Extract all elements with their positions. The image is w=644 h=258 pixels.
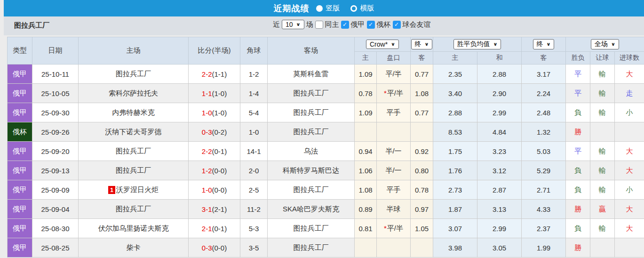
col-header-score: 比分(半场) [189,37,240,64]
handicap-odds-away: 0.97 [411,200,433,219]
handicap-odds-home: 0.78 [355,84,377,103]
handicap-odds-away [411,122,433,142]
table-row: 俄甲 25-09-30 内弗特赫米克 1-0(1-0) 5-4 图拉兵工厂 1.… [8,103,644,122]
same-home-checkbox[interactable] [315,21,323,29]
result-goals: 大 [615,200,644,219]
league1-checkbox[interactable]: ✓ [341,21,349,29]
home-team-link[interactable]: 伏尔加乌里扬诺夫斯克 [98,224,169,232]
result-wdl: 負 [566,180,590,200]
away-team-cell: 图拉兵工厂 [268,238,355,258]
radio-vertical-layout[interactable]: 竖版 [316,4,340,13]
match-date: 25-09-30 [32,103,79,122]
table-row: 俄甲 25-09-04 图拉兵工厂 3-1(2-1) 11-2 SKA哈巴罗夫斯… [8,200,644,219]
league3-checkbox[interactable]: ✓ [393,21,401,29]
away-team-cell: 图拉兵工厂 [268,122,355,142]
radio-selected-icon[interactable] [316,5,323,12]
avg-odds-home: 3.07 [433,219,477,238]
away-team-link[interactable]: 图拉兵工厂 [294,128,329,136]
corner-score: 14-1 [240,142,268,161]
league2-checkbox[interactable]: ✓ [367,21,375,29]
radio-horizontal-layout[interactable]: 横版 [350,4,374,13]
radio-unselected-icon[interactable] [350,5,357,12]
handicap-text: 半球 [387,205,401,213]
match-date: 25-10-05 [32,84,79,103]
crow-final-select[interactable]: 终 ∨ [411,39,433,49]
result-goals: 小 [615,103,644,122]
away-team-link[interactable]: 科斯特罗马斯巴达 [283,166,339,174]
away-team-link[interactable]: 图拉兵工厂 [294,89,329,97]
away-team-link[interactable]: 乌法 [304,147,318,155]
filter-bar: 图拉兵工厂 近 10 ∨ 场 同主 ✓ 俄甲 ✓ 俄杯 ✓ 球会友谊 [4,16,644,35]
home-team-cell: 柴卡 [79,238,189,258]
recent-label: 近 [273,20,280,29]
handicap-text: 平手 [387,108,401,116]
score-cell: 1-0(1-0) [189,103,240,122]
handicap-odds-home: 0.81 [355,219,377,238]
corner-score: 2-0 [240,161,268,180]
home-team-link[interactable]: 柴卡 [127,243,141,251]
avg-final-select[interactable]: 终 ∨ [533,39,555,49]
results-table-wrap: 类型 日期 主场 比分(半场) 角球 客场 Crow* ∨ 终 ∨ 胜平负均值 [7,37,644,258]
league-badge: 俄甲 [8,142,32,161]
league-badge: 俄甲 [8,161,32,180]
table-row: 俄甲 25-10-05 索科尔萨拉托夫 1-1(1-0) 1-4 图拉兵工厂 0… [8,84,644,103]
league-badge: 俄甲 [8,64,32,84]
same-home-label: 同主 [325,20,339,29]
recent-count-select[interactable]: 10 ∨ [282,20,304,29]
radio-vertical-label[interactable]: 竖版 [326,4,340,13]
home-team-link[interactable]: 内弗特赫米克 [112,108,155,116]
home-team-link[interactable]: 沃纳下诺夫哥罗德 [105,128,162,136]
chevron-down-icon: ∨ [611,41,615,47]
radio-horizontal-label[interactable]: 横版 [360,4,374,13]
check-icon: ✓ [342,21,347,28]
result-handicap: 輸 [590,64,615,84]
home-team-cell: 图拉兵工厂 [79,200,189,219]
away-team-link[interactable]: 图拉兵工厂 [294,108,329,116]
avg-odds-home: 1.76 [433,161,477,180]
recent-count-value: 10 [286,21,293,28]
fulltime-score: 1-0 [202,109,212,117]
away-team-link[interactable]: 图拉兵工厂 [294,243,329,251]
away-team-cell: 图拉兵工厂 [268,103,355,122]
result-wdl: 平 [566,142,590,161]
full-match-select[interactable]: 全场 ∨ [591,39,619,49]
home-team-link[interactable]: 图拉兵工厂 [116,70,151,78]
away-team-link[interactable]: 莫斯科鱼雷 [294,70,329,78]
live-odds-asterisk: * [384,89,387,97]
fulltime-score: 2-2 [202,147,212,155]
league-badge: 俄甲 [8,238,32,258]
score-cell: 3-1(2-1) [189,200,240,219]
corner-score: 11-2 [240,200,268,219]
result-goals: 大 [615,219,644,238]
away-team-link[interactable]: SKA哈巴罗夫斯克 [283,205,339,213]
handicap-line: 平/半 [377,64,411,84]
home-team-cell: 图拉兵工厂 [79,142,189,161]
chevron-down-icon: ∨ [296,22,301,27]
bookmaker-select-cell: Crow* ∨ [355,37,411,52]
handicap-odds-away: 1.05 [411,219,433,238]
home-team-link[interactable]: 图拉兵工厂 [116,147,151,155]
home-team-link[interactable]: 索科尔萨拉托夫 [109,89,158,97]
home-team-link[interactable]: 图拉兵工厂 [116,205,151,213]
corner-score: 1-0 [240,122,268,142]
league3-label: 球会友谊 [403,20,431,29]
avg-select-value: 胜平负均值 [457,40,490,48]
away-team-link[interactable]: 图拉兵工厂 [294,224,329,232]
avg-odds-home: 8.53 [433,122,477,142]
handicap-line: 半球 [377,200,411,219]
handicap-odds-home: 1.09 [355,64,377,84]
home-team-link[interactable]: 图拉兵工厂 [116,166,151,174]
score-cell: 1-2(0-0) [189,161,240,180]
match-date: 25-10-11 [32,64,79,84]
table-row: 俄杯 25-09-26 沃纳下诺夫哥罗德 0-3(0-2) 1-0 图拉兵工厂 … [8,122,644,142]
bookmaker-select[interactable]: Crow* ∨ [366,40,399,49]
crow-final-value: 终 [415,40,421,48]
halftime-score: (0-2) [212,128,227,136]
away-team-link[interactable]: 图拉兵工厂 [294,185,329,194]
bookmaker-select-value: Crow* [370,40,388,48]
avg-select[interactable]: 胜平负均值 ∨ [453,39,501,49]
home-team-link[interactable]: 沃罗涅日火炬 [116,185,159,194]
corner-score: 5-4 [240,103,268,122]
avg-odds-home: 1.75 [433,142,477,161]
league-badge: 俄杯 [8,122,32,142]
